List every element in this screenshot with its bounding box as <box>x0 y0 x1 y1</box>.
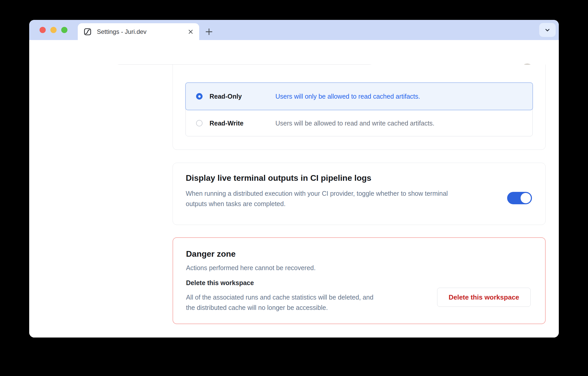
tab-search-chevron-button[interactable] <box>539 23 556 37</box>
delete-workspace-button[interactable]: Delete this workspace <box>437 288 531 307</box>
read-only-description: Users will only be allowed to read cache… <box>275 93 420 100</box>
delete-workspace-description: All of the associated runs and cache sta… <box>186 292 373 313</box>
read-only-radio[interactable] <box>196 93 203 100</box>
terminal-outputs-card: Display live terminal outputs in CI pipe… <box>173 163 546 225</box>
read-write-description: Users will be allowed to read and write … <box>275 119 435 127</box>
tab-title: Settings - Juri.dev <box>97 28 187 35</box>
minimize-window-button[interactable] <box>50 27 57 33</box>
read-write-option-row[interactable]: Read-Write Users will be allowed to read… <box>186 110 532 136</box>
danger-zone-subtitle: Actions performed here cannot be recover… <box>186 264 316 272</box>
chevron-down-icon <box>544 26 551 34</box>
traffic-lights <box>40 20 67 40</box>
delete-workspace-heading: Delete this workspace <box>186 279 254 287</box>
danger-zone-title: Danger zone <box>186 249 236 259</box>
read-write-radio[interactable] <box>196 120 203 126</box>
terminal-outputs-title: Display live terminal outputs in CI pipe… <box>186 173 371 183</box>
read-only-option-row[interactable]: Read-Only Users will only be allowed to … <box>185 82 533 110</box>
access-scope-card: Read-Write Users will be allowed to read… <box>173 65 546 150</box>
maximize-window-button[interactable] <box>61 27 67 33</box>
tab-favicon-nx-icon <box>83 27 92 36</box>
read-write-label: Read-Write <box>210 119 244 127</box>
access-scope-radio-group: Read-Write Users will be allowed to read… <box>185 83 533 136</box>
danger-zone-card: Danger zone Actions performed here canno… <box>173 237 546 324</box>
tab-close-icon[interactable] <box>187 28 194 35</box>
tab-strip: Settings - Juri.dev <box>29 20 559 40</box>
new-tab-button[interactable] <box>202 25 216 39</box>
page-content: token? Learn more. Read-Write Users will… <box>29 65 559 338</box>
close-window-button[interactable] <box>40 27 46 33</box>
browser-window: Settings - Juri.dev <box>29 20 559 338</box>
browser-tab[interactable]: Settings - Juri.dev <box>78 23 199 40</box>
terminal-outputs-toggle[interactable] <box>507 192 532 204</box>
toggle-knob <box>521 193 531 203</box>
read-only-label: Read-Only <box>210 93 242 100</box>
terminal-outputs-description: When running a distributed execution wit… <box>186 188 448 209</box>
